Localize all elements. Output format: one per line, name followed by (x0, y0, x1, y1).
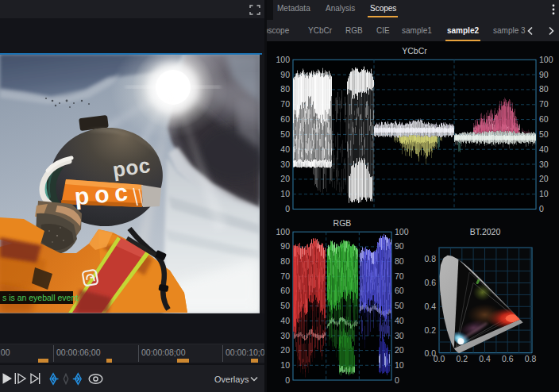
svg-text:0.8: 0.8 (424, 254, 436, 263)
svg-text:70: 70 (539, 99, 549, 109)
svg-text:40: 40 (280, 144, 290, 154)
svg-text:70: 70 (280, 99, 290, 109)
svg-text:80: 80 (539, 84, 549, 94)
svg-text:RGB: RGB (333, 218, 352, 228)
svg-text:0: 0 (285, 204, 290, 213)
svg-text:50: 50 (280, 301, 290, 310)
svg-text:80: 80 (280, 84, 290, 94)
svg-text:poc: poc (73, 179, 134, 209)
svg-text:0.2: 0.2 (456, 354, 468, 363)
svg-text:80: 80 (395, 256, 404, 266)
svg-text:0.4: 0.4 (479, 354, 491, 363)
svg-text:20: 20 (280, 174, 290, 183)
svg-text:0.4: 0.4 (424, 302, 436, 311)
svg-text:50: 50 (539, 129, 549, 139)
svg-text:YCbCr: YCbCr (402, 46, 427, 56)
svg-text:60: 60 (280, 114, 290, 124)
svg-text:60: 60 (280, 286, 290, 295)
svg-text:70: 70 (280, 271, 290, 281)
svg-text:0.6: 0.6 (502, 354, 514, 363)
svg-text:30: 30 (280, 159, 290, 169)
svg-text:10: 10 (280, 189, 290, 198)
svg-text:100: 100 (539, 55, 553, 64)
svg-text:0.2: 0.2 (424, 325, 436, 335)
svg-text:0.6: 0.6 (424, 278, 436, 287)
svg-text:50: 50 (395, 301, 404, 310)
svg-text:60: 60 (539, 114, 549, 124)
svg-text:80: 80 (280, 256, 290, 266)
svg-text:10: 10 (395, 360, 404, 370)
svg-text:Overlays: Overlays (214, 375, 249, 384)
svg-text:30: 30 (395, 331, 404, 340)
svg-text:90: 90 (280, 241, 290, 251)
svg-text:0: 0 (285, 375, 290, 385)
svg-text:10: 10 (280, 360, 290, 370)
svg-text:30: 30 (539, 159, 549, 169)
svg-text:20: 20 (539, 174, 549, 183)
svg-text:0.0: 0.0 (434, 354, 445, 363)
svg-text:40: 40 (539, 144, 549, 154)
svg-text:100: 100 (276, 55, 290, 64)
svg-text:BT.2020: BT.2020 (470, 227, 501, 236)
svg-text:0: 0 (395, 375, 399, 385)
svg-text:20: 20 (280, 345, 290, 355)
svg-text:0: 0 (539, 204, 544, 213)
svg-text:90: 90 (395, 241, 404, 251)
svg-text:30: 30 (280, 331, 290, 340)
svg-text:50: 50 (280, 129, 290, 139)
svg-text:100: 100 (276, 227, 290, 236)
svg-text:100: 100 (395, 227, 409, 236)
svg-text:40: 40 (280, 316, 290, 325)
svg-text:s is an eyeball event: s is an eyeball event (2, 293, 78, 302)
svg-text:90: 90 (280, 70, 290, 79)
svg-text:70: 70 (395, 271, 404, 281)
svg-text:60: 60 (395, 286, 404, 295)
svg-text:0.8: 0.8 (525, 354, 537, 363)
svg-text:20: 20 (395, 345, 404, 355)
svg-text:10: 10 (539, 189, 549, 198)
svg-text:40: 40 (395, 316, 404, 325)
svg-text:90: 90 (539, 70, 549, 79)
